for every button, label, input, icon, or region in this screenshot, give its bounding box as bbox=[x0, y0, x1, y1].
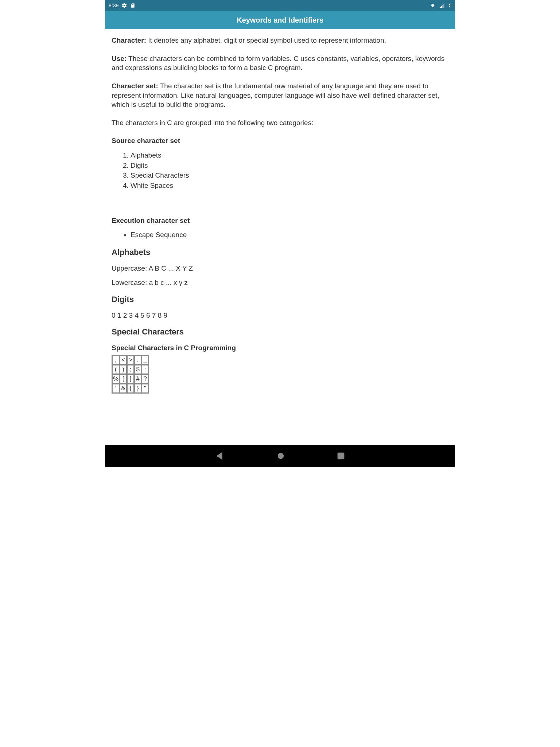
status-right bbox=[429, 3, 451, 8]
label-charset: Character set: bbox=[112, 82, 158, 90]
line-digits: 0 1 2 3 4 5 6 7 8 9 bbox=[112, 311, 448, 320]
table-cell: & bbox=[120, 384, 127, 393]
back-button[interactable] bbox=[214, 450, 226, 462]
home-button[interactable] bbox=[277, 452, 285, 460]
gear-icon bbox=[121, 3, 127, 8]
table-cell: ( bbox=[112, 365, 119, 374]
text-charset: The character set is the fundamental raw… bbox=[112, 82, 439, 108]
status-time: 8:39 bbox=[109, 3, 118, 8]
line-uppercase: Uppercase: A B C ... X Y Z bbox=[112, 264, 448, 273]
list-item: White Spaces bbox=[131, 181, 448, 190]
heading-source-set: Source character set bbox=[112, 136, 448, 146]
paragraph-character: Character: It denotes any alphabet, digi… bbox=[112, 36, 448, 45]
table-cell: _ bbox=[142, 356, 148, 364]
table-row: , < > . _ bbox=[112, 356, 148, 364]
text-use: These characters can be combined to form… bbox=[112, 55, 444, 72]
status-left: 8:39 bbox=[109, 3, 135, 8]
list-item: Digits bbox=[131, 161, 448, 170]
sd-card-icon bbox=[130, 3, 135, 8]
paragraph-charset: Character set: The character set is the … bbox=[112, 81, 448, 109]
wifi-icon bbox=[429, 3, 436, 8]
label-use: Use: bbox=[112, 55, 127, 62]
table-cell: ' bbox=[112, 384, 119, 393]
table-cell: < bbox=[120, 356, 127, 364]
heading-exec-set: Execution character set bbox=[112, 216, 448, 225]
recents-button[interactable] bbox=[336, 451, 346, 461]
table-cell: ; bbox=[127, 365, 134, 374]
special-chars-table: , < > . _ ( ) ; $ : % [ ] # ? ' bbox=[112, 355, 149, 394]
table-cell: } bbox=[135, 384, 141, 393]
signal-icon bbox=[439, 3, 445, 8]
heading-digits: Digits bbox=[112, 294, 448, 305]
svg-point-0 bbox=[278, 453, 284, 459]
svg-rect-1 bbox=[338, 453, 345, 460]
table-cell: ) bbox=[120, 365, 127, 374]
table-row: ' & { } " bbox=[112, 384, 148, 393]
table-row: ( ) ; $ : bbox=[112, 365, 148, 374]
table-cell: { bbox=[127, 384, 134, 393]
table-cell: " bbox=[142, 384, 148, 393]
table-cell: ] bbox=[127, 375, 134, 383]
line-lowercase: Lowercase: a b c ... x y z bbox=[112, 278, 448, 287]
table-row: % [ ] # ? bbox=[112, 375, 148, 383]
heading-special: Special Characters bbox=[112, 326, 448, 337]
table-caption: Special Characters in C Programming bbox=[112, 343, 448, 353]
list-item: Escape Sequence bbox=[131, 230, 448, 240]
table-cell: ? bbox=[142, 375, 148, 383]
table-cell: , bbox=[112, 356, 119, 364]
table-cell: [ bbox=[120, 375, 127, 383]
content-area[interactable]: Character: It denotes any alphabet, digi… bbox=[105, 29, 455, 394]
table-cell: . bbox=[135, 356, 141, 364]
navigation-bar bbox=[105, 445, 455, 467]
table-cell: : bbox=[142, 365, 148, 374]
exec-list: Escape Sequence bbox=[131, 230, 448, 240]
status-bar: 8:39 bbox=[105, 0, 455, 11]
table-cell: % bbox=[112, 375, 119, 383]
table-cell: > bbox=[127, 356, 134, 364]
label-character: Character: bbox=[112, 36, 146, 44]
table-cell: $ bbox=[135, 365, 141, 374]
battery-charging-icon bbox=[448, 3, 451, 8]
table-cell: # bbox=[135, 375, 141, 383]
source-list: Alphabets Digits Special Characters Whit… bbox=[131, 151, 448, 190]
page-title: Keywords and Identifiers bbox=[237, 16, 323, 24]
paragraph-use: Use: These characters can be combined to… bbox=[112, 54, 448, 73]
text-character: It denotes any alphabet, digit or specia… bbox=[146, 36, 386, 44]
heading-alphabets: Alphabets bbox=[112, 247, 448, 258]
list-item: Alphabets bbox=[131, 151, 448, 160]
app-bar: Keywords and Identifiers bbox=[105, 11, 455, 29]
paragraph-grouped: The characters in C are grouped into the… bbox=[112, 118, 448, 128]
list-item: Special Characters bbox=[131, 171, 448, 180]
